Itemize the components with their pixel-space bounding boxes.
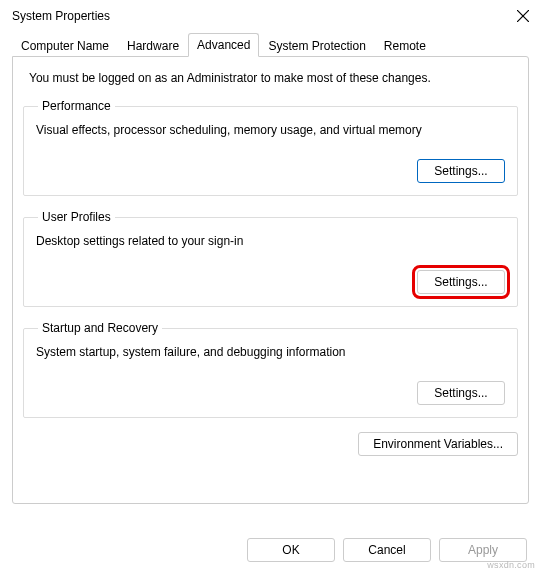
tab-remote[interactable]: Remote: [375, 34, 435, 57]
tab-content-advanced: You must be logged on as an Administrato…: [12, 56, 529, 504]
intro-text: You must be logged on as an Administrato…: [23, 71, 518, 95]
tab-hardware[interactable]: Hardware: [118, 34, 188, 57]
user-profiles-group: User Profiles Desktop settings related t…: [23, 210, 518, 307]
apply-button[interactable]: Apply: [439, 538, 527, 562]
dialog-button-row: OK Cancel Apply: [247, 538, 527, 562]
user-profiles-settings-button[interactable]: Settings...: [417, 270, 505, 294]
startup-recovery-legend: Startup and Recovery: [38, 321, 162, 335]
window-title: System Properties: [12, 9, 110, 23]
user-profiles-legend: User Profiles: [38, 210, 115, 224]
performance-settings-button[interactable]: Settings...: [417, 159, 505, 183]
user-profiles-desc: Desktop settings related to your sign-in: [36, 234, 505, 248]
titlebar: System Properties: [0, 0, 541, 32]
startup-recovery-desc: System startup, system failure, and debu…: [36, 345, 505, 359]
system-properties-window: System Properties Computer Name Hardware…: [0, 0, 541, 572]
ok-button[interactable]: OK: [247, 538, 335, 562]
tab-strip: Computer Name Hardware Advanced System P…: [0, 32, 541, 56]
performance-desc: Visual effects, processor scheduling, me…: [36, 123, 505, 137]
startup-recovery-group: Startup and Recovery System startup, sys…: [23, 321, 518, 418]
cancel-button[interactable]: Cancel: [343, 538, 431, 562]
environment-variables-button[interactable]: Environment Variables...: [358, 432, 518, 456]
startup-recovery-settings-button[interactable]: Settings...: [417, 381, 505, 405]
tab-advanced[interactable]: Advanced: [188, 33, 259, 57]
performance-group: Performance Visual effects, processor sc…: [23, 99, 518, 196]
tab-system-protection[interactable]: System Protection: [259, 34, 374, 57]
performance-legend: Performance: [38, 99, 115, 113]
close-button[interactable]: [513, 6, 533, 26]
tab-computer-name[interactable]: Computer Name: [12, 34, 118, 57]
close-icon: [517, 10, 529, 22]
watermark: wsxdn.com: [487, 560, 535, 570]
